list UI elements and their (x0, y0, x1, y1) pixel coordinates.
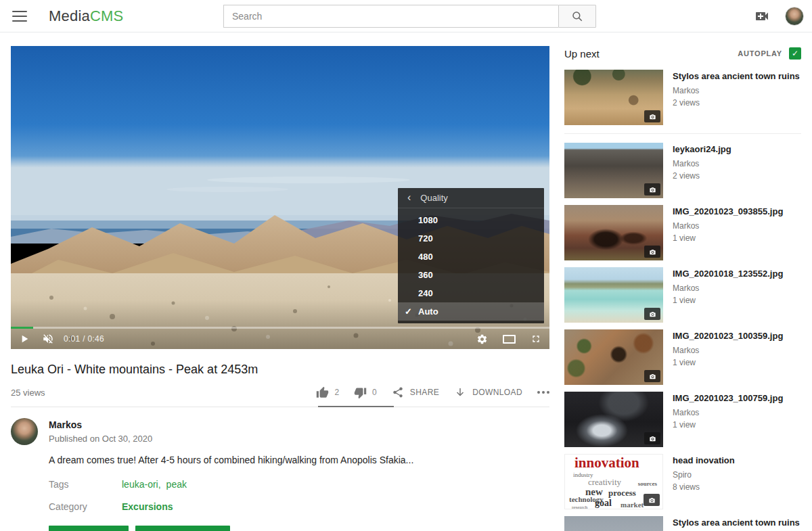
item-thumbnail (564, 329, 663, 385)
video-description: A dream comes true! After 4-5 hours of c… (49, 455, 549, 465)
fullscreen-button[interactable] (531, 333, 541, 344)
quality-option-auto[interactable]: ✓Auto (398, 302, 544, 321)
tag-separator: , (158, 479, 161, 490)
user-avatar[interactable] (785, 7, 804, 26)
item-title: head inovation (673, 455, 735, 466)
check-icon: ✓ (405, 302, 412, 321)
item-author: Markos (673, 86, 800, 95)
quality-option-360[interactable]: 360 (398, 266, 544, 284)
quality-option-240[interactable]: 240 (398, 284, 544, 302)
tag-link-leuka-ori[interactable]: leuka-ori (122, 479, 158, 490)
download-label: DOWNLOAD (472, 388, 522, 397)
autoplay-label: AUTOPLAY (738, 49, 782, 57)
item-title: IMG_20201023_100759.jpg (673, 392, 783, 404)
download-icon (454, 386, 466, 398)
item-views: 8 views (673, 482, 735, 492)
theater-mode-button[interactable] (503, 335, 516, 344)
item-author: Markos (673, 408, 783, 417)
item-author: Markos (673, 221, 783, 231)
camera-badge (644, 183, 660, 195)
item-views: 2 views (673, 171, 731, 181)
up-next-item[interactable]: leykaori24.jpg Markos 2 views (564, 143, 801, 198)
delete-media-button[interactable]: DELETE MEDIA (135, 526, 229, 531)
like-button[interactable]: 2 (316, 386, 339, 399)
search-button[interactable] (558, 5, 596, 28)
meta-divider (11, 406, 549, 407)
back-chevron-icon: ‹ (407, 191, 411, 204)
autoplay-checkbox[interactable]: ✓ (789, 47, 801, 60)
up-next-item[interactable]: IMG_20201023_100759.jpg Markos 1 view (564, 392, 801, 447)
mute-button[interactable] (42, 333, 54, 345)
logo[interactable]: MediaCMS (49, 7, 123, 25)
item-title: leykaori24.jpg (673, 143, 731, 155)
like-count: 2 (334, 388, 339, 397)
tag-link-peak[interactable]: peak (166, 479, 187, 490)
item-thumbnail (564, 516, 663, 531)
up-next-item[interactable]: IMG_20201018_123552.jpg Markos 1 view (564, 267, 801, 323)
share-label: SHARE (410, 388, 439, 397)
video-player[interactable]: ‹ Quality 1080 720 480 360 240 ✓Auto (11, 46, 549, 349)
item-thumbnail (564, 143, 663, 198)
search-bar (223, 5, 596, 28)
video-title: Leuka Ori - White mountains - Peak at 24… (11, 363, 549, 377)
quality-option-1080[interactable]: 1080 (398, 211, 544, 229)
quality-option-480[interactable]: 480 (398, 248, 544, 266)
item-title: IMG_20201023_100359.jpg (673, 330, 783, 342)
likes-underline (318, 406, 394, 407)
upload-media-icon[interactable] (754, 8, 770, 24)
item-author: Markos (673, 346, 783, 355)
dislike-button[interactable]: 0 (354, 386, 377, 399)
edit-media-button[interactable]: EDIT MEDIA (49, 526, 129, 531)
quality-option-720[interactable]: 720 (398, 229, 544, 248)
camera-icon (648, 497, 656, 504)
tags-label: Tags (49, 479, 122, 490)
item-thumbnail (564, 392, 663, 447)
category-link[interactable]: Excursions (122, 501, 173, 512)
up-next-item[interactable]: Stylos area ancient town ruins (564, 516, 801, 531)
up-next-item[interactable]: Stylos area ancient town ruins Markos 2 … (564, 70, 801, 125)
item-views: 1 view (673, 420, 783, 430)
search-icon (571, 10, 583, 22)
camera-badge (644, 370, 660, 382)
menu-icon[interactable] (12, 11, 27, 22)
camera-icon (649, 248, 656, 256)
item-author: Spiro (673, 470, 735, 480)
share-icon (392, 386, 404, 398)
item-title: Stylos area ancient town ruins (673, 70, 800, 82)
sidebar-divider (564, 133, 801, 134)
item-author: Markos (673, 159, 731, 168)
search-input[interactable] (223, 5, 558, 28)
gear-icon (476, 333, 488, 345)
quality-menu-title: Quality (420, 193, 447, 203)
item-author: Markos (673, 283, 783, 293)
quality-menu: ‹ Quality 1080 720 480 360 240 ✓Auto (398, 188, 544, 323)
camera-icon (649, 435, 656, 442)
up-next-item[interactable]: IMG_20201023_093855.jpg Markos 1 view (564, 205, 801, 260)
author-name[interactable]: Markos (49, 419, 152, 430)
up-next-item[interactable]: innovation industry creativity sources n… (564, 454, 801, 509)
up-next-sidebar: Up next AUTOPLAY ✓ Stylos area ancient t… (564, 46, 801, 531)
download-button[interactable]: DOWNLOAD (454, 386, 522, 398)
up-next-item[interactable]: IMG_20201023_100359.jpg Markos 1 view (564, 329, 801, 385)
camera-badge (644, 494, 660, 506)
volume-off-icon (42, 333, 54, 345)
item-views: 1 view (673, 233, 783, 243)
share-button[interactable]: SHARE (392, 386, 439, 398)
fullscreen-icon (531, 333, 541, 344)
item-title: IMG_20201018_123552.jpg (673, 268, 783, 279)
top-bar: MediaCMS (0, 0, 812, 32)
view-count: 25 views (11, 388, 45, 398)
author-avatar[interactable] (11, 418, 38, 445)
more-options-icon[interactable] (537, 391, 549, 394)
camera-icon (649, 310, 656, 318)
quality-menu-back[interactable]: ‹ Quality (398, 188, 544, 208)
camera-icon (649, 113, 656, 120)
item-thumbnail (564, 267, 663, 323)
play-button[interactable] (19, 333, 30, 344)
settings-button[interactable] (476, 333, 488, 345)
logo-text-accent: CMS (90, 7, 124, 24)
item-thumbnail: innovation industry creativity sources n… (564, 454, 663, 509)
item-views: 1 view (673, 358, 783, 367)
camera-badge (644, 246, 660, 258)
item-thumbnail (564, 70, 663, 125)
